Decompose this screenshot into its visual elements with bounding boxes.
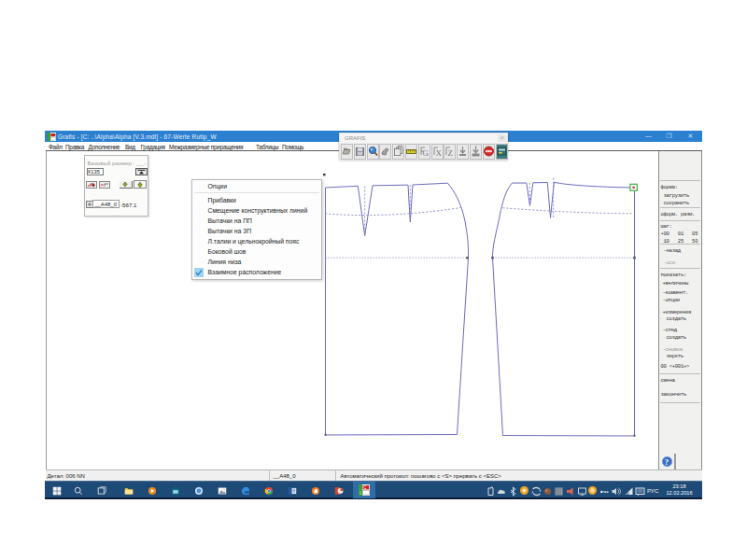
svg-text:?: ? <box>664 457 668 467</box>
svg-text:Z: Z <box>448 148 454 158</box>
svg-text:×: × <box>100 182 104 188</box>
svg-text:X: X <box>435 148 442 158</box>
svg-text:STOP: STOP <box>486 149 492 153</box>
svg-text:G: G <box>422 148 429 158</box>
